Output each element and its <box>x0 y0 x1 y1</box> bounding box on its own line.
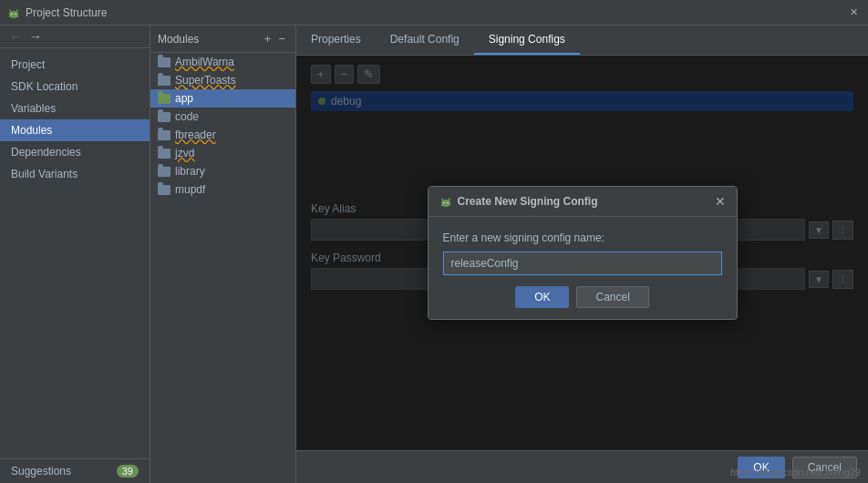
module-item-jzvd[interactable]: jzvd <box>150 144 295 162</box>
dialog-prompt: Enter a new signing config name: <box>443 231 722 244</box>
module-item-fbreader[interactable]: fbreader <box>150 126 295 144</box>
dialog-title-left: Create New Signing Config <box>439 195 598 208</box>
module-list: AmbilWarna SuperToasts app code fbreader… <box>150 53 295 199</box>
svg-line-8 <box>442 199 443 201</box>
folder-icon <box>158 185 170 195</box>
module-item-library[interactable]: library <box>150 162 295 180</box>
svg-line-9 <box>449 199 450 201</box>
add-module-button[interactable]: + <box>262 31 274 46</box>
svg-point-11 <box>447 202 448 203</box>
sidebar-item-build-variants[interactable]: Build Variants <box>0 163 150 185</box>
nav-arrows: ← → <box>0 26 150 48</box>
module-item-ambilwarna[interactable]: AmbilWarna <box>150 53 295 71</box>
svg-rect-1 <box>9 13 18 17</box>
folder-icon <box>158 94 170 104</box>
svg-point-10 <box>443 202 444 203</box>
svg-line-3 <box>16 10 17 13</box>
forward-arrow[interactable]: → <box>27 29 44 44</box>
tabs-bar: Properties Default Config Signing Config… <box>296 26 868 56</box>
svg-rect-7 <box>441 201 450 206</box>
sidebar-item-modules[interactable]: Modules <box>0 119 150 141</box>
folder-icon <box>158 130 170 140</box>
right-panel: Properties Default Config Signing Config… <box>296 26 868 483</box>
folder-icon <box>158 167 170 177</box>
folder-icon <box>158 76 170 86</box>
back-arrow[interactable]: ← <box>7 29 24 44</box>
title-bar-left: Project Structure <box>7 6 107 19</box>
modules-toolbar: + − <box>262 31 288 46</box>
dialog-close-button[interactable]: ✕ <box>715 194 726 209</box>
sidebar-item-sdk-location[interactable]: SDK Location <box>0 76 150 98</box>
remove-module-button[interactable]: − <box>275 31 288 46</box>
dialog-overlay: Create New Signing Config ✕ Enter a new … <box>296 56 868 450</box>
create-signing-config-dialog: Create New Signing Config ✕ Enter a new … <box>428 186 738 320</box>
window-title: Project Structure <box>26 6 107 19</box>
watermark: https://blog.csdn.net/Jifeng29 <box>730 467 861 478</box>
sidebar-nav: Project SDK Location Variables Modules D… <box>0 48 150 190</box>
main-layout: ← → Project SDK Location Variables Modul… <box>0 26 868 483</box>
modules-header: Modules + − <box>150 26 295 53</box>
svg-line-2 <box>10 10 11 13</box>
sidebar-item-variables[interactable]: Variables <box>0 98 150 119</box>
dialog-cancel-button[interactable]: Cancel <box>576 286 648 308</box>
dialog-actions: OK Cancel <box>443 286 722 308</box>
signing-config-name-input[interactable] <box>443 252 722 275</box>
title-bar: Project Structure ✕ <box>0 0 868 26</box>
dialog-android-icon <box>439 195 452 208</box>
close-button[interactable]: ✕ <box>846 5 861 20</box>
sidebar-item-dependencies[interactable]: Dependencies <box>0 141 150 163</box>
module-item-mupdf[interactable]: mupdf <box>150 180 295 199</box>
title-controls: ✕ <box>846 5 861 20</box>
android-icon <box>7 6 20 19</box>
dialog-title-bar: Create New Signing Config ✕ <box>429 187 737 217</box>
tab-default-config[interactable]: Default Config <box>376 26 474 55</box>
modules-panel: Modules + − AmbilWarna SuperToasts app c… <box>150 26 296 483</box>
folder-icon <box>158 112 170 122</box>
module-item-supertoasts[interactable]: SuperToasts <box>150 71 295 89</box>
svg-point-5 <box>15 13 16 14</box>
suggestions-badge: 39 <box>117 465 139 478</box>
signing-panel: + − ✎ debug Key Alias ▼ ⋮ Key Password <box>296 56 868 450</box>
sidebar: ← → Project SDK Location Variables Modul… <box>0 26 150 483</box>
sidebar-item-project[interactable]: Project <box>0 54 150 76</box>
tab-signing-configs[interactable]: Signing Configs <box>474 26 580 55</box>
module-item-code[interactable]: code <box>150 108 295 126</box>
dialog-body: Enter a new signing config name: OK Canc… <box>429 217 737 319</box>
tab-properties[interactable]: Properties <box>296 26 376 55</box>
sidebar-suggestions: Suggestions 39 <box>0 458 150 483</box>
folder-icon <box>158 57 170 67</box>
svg-point-4 <box>11 13 12 14</box>
folder-icon <box>158 149 170 159</box>
dialog-title: Create New Signing Config <box>458 195 598 208</box>
dialog-ok-button[interactable]: OK <box>515 286 569 308</box>
module-item-app[interactable]: app <box>150 89 295 108</box>
